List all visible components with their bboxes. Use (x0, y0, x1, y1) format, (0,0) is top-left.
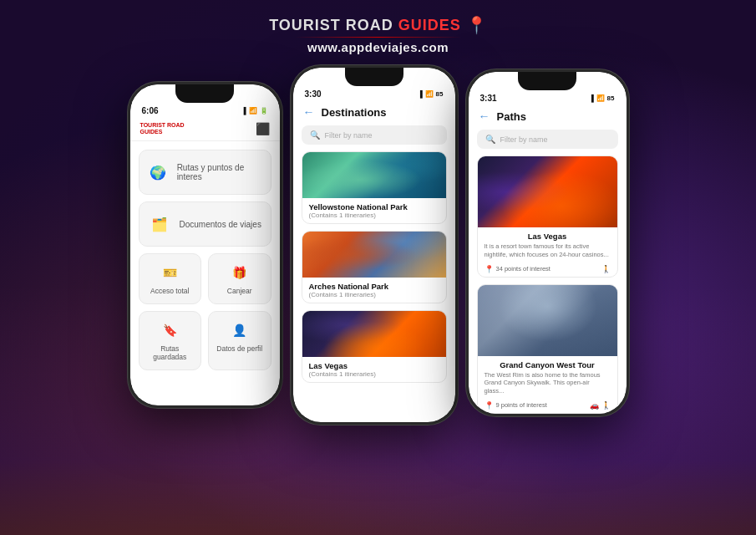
documents-label: Documentos de viajes (180, 220, 261, 229)
pin-icon: 📍 (485, 265, 494, 273)
menu-item-documents[interactable]: 🗂️ Documentos de viajes (139, 201, 271, 247)
routes-icon: 🌍 (148, 160, 169, 184)
car-icon: 🚗 (590, 401, 599, 410)
phone1-app-header: TOURIST ROAD GUIDES ⬛ (130, 119, 280, 141)
grandcanyon-image (478, 285, 617, 356)
phone2-screen: 3:30 ▐ 📶 85 ← Destinations 🔍 Filter by n… (293, 68, 455, 422)
paths-list: Las Vegas It is a resort town famous for… (469, 155, 627, 414)
phone3-app-header: ← Paths (469, 106, 627, 130)
logo-road: ROAD (346, 17, 393, 34)
grandcanyon-path-meta: 📍 9 points of interest 🚗 🚶 (478, 399, 617, 414)
lasvegas-name: Las Vegas (309, 361, 439, 370)
search-icon: 🔍 (485, 135, 495, 144)
arches-image (302, 232, 446, 278)
header-url: www.appdeviajes.com (269, 40, 487, 54)
phone2-status-icons: ▐ 📶 85 (418, 90, 444, 98)
phone1-screen: 6:06 ▐ 📶 🔋 TOURIST ROAD GUIDES ⬛ (130, 84, 280, 405)
logo-pin-icon: 📍 (466, 15, 487, 35)
phones-container: 6:06 ▐ 📶 🔋 TOURIST ROAD GUIDES ⬛ (128, 61, 629, 425)
back-button[interactable]: ← (479, 110, 490, 123)
pin-icon: 📍 (485, 401, 494, 410)
destinations-list: Yellowstone National Park (Contains 1 it… (293, 151, 455, 422)
phone1-notch (175, 84, 234, 103)
destinations-title: Destinations (322, 106, 387, 119)
yellowstone-sub: (Contains 1 itineraries) (309, 211, 439, 219)
paths-title: Paths (497, 110, 526, 123)
signal-icon: ▐ (589, 94, 594, 102)
header-divider (295, 37, 462, 38)
lasvegas-travel-icons: 🚶 (601, 265, 611, 273)
arches-sub: (Contains 1 itineraries) (309, 291, 439, 298)
menu-item-profile[interactable]: 👤 Datos de perfil (208, 311, 271, 370)
phone1-menu-grid: 🌍 Rutas y puntos de interes 🗂️ Documento… (130, 141, 280, 405)
wifi-icon: 📶 (425, 90, 434, 98)
yellowstone-info: Yellowstone National Park (Contains 1 it… (302, 198, 446, 223)
header: TOURIST ROAD GUIDES 📍 www.appdeviajes.co… (269, 0, 487, 61)
menu-item-saved[interactable]: 🔖 Rutas guardadas (139, 311, 202, 370)
lasvegas-image (302, 311, 446, 357)
saved-label: Rutas guardadas (146, 344, 195, 361)
documents-icon: 🗂️ (148, 212, 171, 236)
destination-lasvegas[interactable]: Las Vegas (Contains 1 itineraries) (302, 310, 447, 383)
grandcanyon-path-info: Grand Canyon West Tour The West Rim is a… (478, 356, 617, 399)
saved-icon: 🔖 (160, 320, 180, 340)
phone1-logo-line2: GUIDES (140, 129, 185, 135)
menu-row-2: 🔖 Rutas guardadas 👤 Datos de perfil (139, 311, 271, 370)
canjear-label: Canjear (227, 287, 252, 295)
phone1-time: 6:06 (142, 106, 159, 115)
lasvegas-path-meta: 📍 34 points of interest 🚶 (478, 262, 617, 278)
phone2-search-bar[interactable]: 🔍 Filter by name (302, 125, 447, 145)
logo-tourist: TOURIST (269, 17, 341, 34)
lasvegas-sub: (Contains 1 itineraries) (309, 370, 439, 378)
phone3-search-bar[interactable]: 🔍 Filter by name (477, 130, 618, 149)
grandcanyon-path-name: Grand Canyon West Tour (485, 360, 611, 369)
phone2-notch (345, 68, 403, 86)
menu-item-routes[interactable]: 🌍 Rutas y puntos de interes (139, 150, 271, 195)
arches-name: Arches National Park (309, 282, 439, 291)
access-label: Acceso total (150, 287, 189, 295)
profile-label: Datos de perfil (216, 344, 262, 353)
phone-paths: 3:31 ▐ 📶 85 ← Paths 🔍 Filter by name (466, 69, 629, 416)
wifi-icon: 📶 (596, 94, 605, 102)
menu-item-canjear[interactable]: 🎁 Canjear (208, 253, 271, 304)
profile-icon: 👤 (230, 320, 250, 340)
page-wrapper: TOURIST ROAD GUIDES 📍 www.appdeviajes.co… (0, 0, 756, 535)
logo-guides: GUIDES (398, 17, 461, 34)
grandcanyon-poi-text: 9 points of interest (496, 401, 547, 409)
yellowstone-image (302, 152, 446, 198)
phone1-status-icons: ▐ 📶 🔋 (241, 107, 268, 115)
lasvegas-poi: 📍 34 points of interest (485, 265, 551, 273)
wifi-icon: 📶 (249, 107, 257, 115)
walk-icon: 🚶 (601, 401, 611, 410)
signal-icon: ▐ (241, 107, 246, 115)
phone3-notch (518, 72, 576, 90)
signal-icon: ▐ (418, 90, 423, 98)
phone-main-menu: 6:06 ▐ 📶 🔋 TOURIST ROAD GUIDES ⬛ (128, 82, 282, 408)
phone2-time: 3:30 (305, 89, 322, 99)
search-placeholder: Filter by name (500, 135, 548, 144)
menu-icon[interactable]: ⬛ (256, 122, 270, 135)
walk-icon: 🚶 (601, 265, 611, 273)
phone3-time: 3:31 (480, 94, 497, 103)
menu-item-access[interactable]: 🎫 Acceso total (139, 253, 202, 304)
access-icon: 🎫 (160, 262, 180, 283)
search-placeholder: Filter by name (325, 131, 373, 140)
battery-icon: 🔋 (260, 107, 268, 115)
phone3-status-icons: ▐ 📶 85 (589, 94, 615, 102)
path-lasvegas[interactable]: Las Vegas It is a resort town famous for… (477, 155, 618, 278)
destination-arches[interactable]: Arches National Park (Contains 1 itinera… (302, 231, 447, 303)
lasvegas-poi-text: 34 points of interest (496, 265, 551, 273)
grandcanyon-path-desc: The West Rim is also home to the famous … (485, 371, 611, 395)
menu-row-1: 🎫 Acceso total 🎁 Canjear (139, 253, 271, 304)
yellowstone-name: Yellowstone National Park (309, 202, 439, 211)
path-grandcanyon[interactable]: Grand Canyon West Tour The West Rim is a… (477, 284, 618, 414)
grandcanyon-travel-icons: 🚗 🚶 (590, 401, 611, 410)
back-button[interactable]: ← (303, 105, 315, 119)
battery-icon: 85 (607, 94, 615, 102)
lasvegas2-image (478, 156, 617, 227)
lasvegas-path-desc: It is a resort town famous for its activ… (485, 242, 611, 259)
lasvegas-info: Las Vegas (Contains 1 itineraries) (302, 357, 446, 382)
destination-yellowstone[interactable]: Yellowstone National Park (Contains 1 it… (302, 151, 447, 224)
lasvegas-path-name: Las Vegas (485, 232, 611, 241)
phone3-screen: 3:31 ▐ 📶 85 ← Paths 🔍 Filter by name (469, 72, 627, 414)
